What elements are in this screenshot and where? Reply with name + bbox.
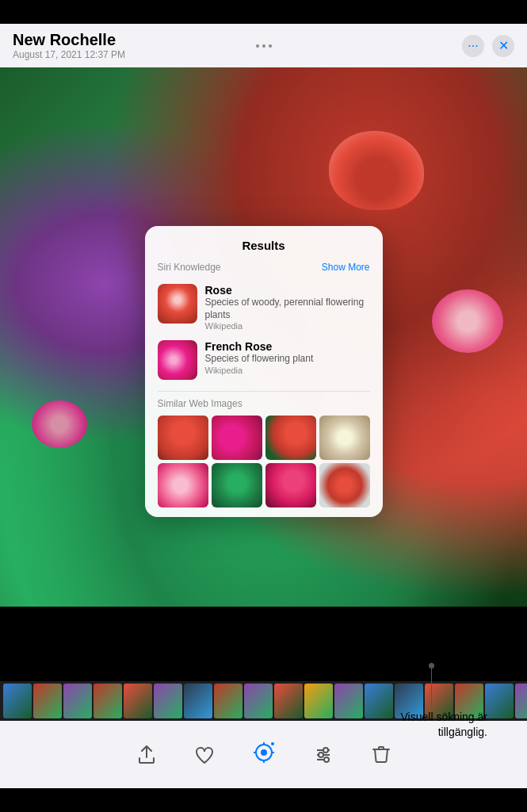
dot-1	[256, 44, 259, 48]
photo-date-subtitle: August 17, 2021 12:37 PM	[13, 49, 125, 60]
header: New Rochelle August 17, 2021 12:37 PM ··…	[0, 24, 527, 67]
photo-location-title: New Rochelle	[13, 31, 125, 49]
status-icons: ▾ 100%	[480, 6, 514, 17]
rose-name: Rose	[205, 284, 370, 297]
web-images-grid	[145, 416, 383, 508]
strip-item[interactable]	[154, 684, 182, 718]
home-indicator	[216, 802, 311, 806]
siri-knowledge-row: Siri Knowledge Show More	[145, 262, 383, 273]
strip-item[interactable]	[274, 684, 303, 718]
visual-search-button[interactable]	[254, 742, 274, 768]
rose-text: Rose Species of woody, perennial floweri…	[205, 284, 370, 331]
popup-divider	[158, 391, 370, 392]
popup-title: Results	[145, 239, 383, 252]
share-button[interactable]	[138, 745, 155, 764]
dot-2	[262, 44, 265, 48]
status-time: 9:41 AM	[13, 6, 52, 18]
siri-knowledge-label: Siri Knowledge	[158, 262, 221, 273]
callout-text: Visuell sökning är tillgänglig.	[401, 710, 487, 741]
flower-pink-decoration	[432, 289, 503, 353]
photo-area: Results Siri Knowledge Show More Rose Sp…	[0, 67, 527, 607]
visual-search-badge	[269, 741, 276, 747]
strip-item[interactable]	[365, 684, 393, 718]
adjust-button[interactable]	[314, 746, 333, 764]
french-rose-name: French Rose	[205, 340, 314, 353]
favorite-button[interactable]	[195, 746, 214, 764]
svg-point-9	[323, 748, 328, 753]
header-center-dots	[256, 44, 272, 48]
web-image-8[interactable]	[319, 463, 370, 508]
results-popup: Results Siri Knowledge Show More Rose Sp…	[145, 226, 383, 517]
web-image-1[interactable]	[158, 416, 208, 460]
strip-item[interactable]	[184, 684, 212, 718]
french-rose-source: Wikipedia	[205, 366, 314, 375]
show-more-button[interactable]: Show More	[322, 262, 370, 273]
rose-thumbnail	[158, 284, 197, 324]
callout-line1: Visuell sökning är	[401, 710, 487, 723]
svg-point-10	[319, 753, 323, 757]
close-button[interactable]: ✕	[492, 35, 514, 57]
strip-item[interactable]	[334, 684, 363, 718]
status-bar: 9:41 AM ▾ 100%	[0, 0, 527, 24]
strip-item[interactable]	[94, 684, 122, 718]
knowledge-item-french-rose[interactable]: French Rose Species of flowering plant W…	[145, 335, 383, 385]
strip-item[interactable]	[304, 684, 333, 718]
delete-button[interactable]	[372, 745, 390, 764]
callout-line2: tillgänglig.	[438, 726, 487, 738]
french-rose-text: French Rose Species of flowering plant W…	[205, 340, 314, 375]
svg-point-11	[324, 757, 329, 762]
web-image-7[interactable]	[265, 463, 316, 508]
header-actions: ··· ✕	[462, 35, 514, 57]
flower-red-decoration	[329, 131, 424, 210]
french-rose-thumbnail	[158, 340, 197, 380]
more-options-button[interactable]: ···	[462, 35, 484, 57]
strip-item[interactable]	[485, 684, 514, 718]
strip-item[interactable]	[124, 684, 152, 718]
wifi-icon: ▾	[480, 6, 485, 17]
web-image-4[interactable]	[319, 416, 370, 460]
header-title-block: New Rochelle August 17, 2021 12:37 PM	[13, 31, 125, 60]
web-image-6[interactable]	[212, 463, 262, 508]
dot-3	[269, 44, 272, 48]
flower-pink2-decoration	[32, 400, 87, 448]
callout-annotation: Visuell sökning är tillgänglig.	[401, 663, 487, 741]
strip-item[interactable]	[3, 684, 32, 718]
web-image-5[interactable]	[158, 463, 208, 508]
rose-description: Species of woody, perennial flowering pl…	[205, 297, 370, 321]
strip-item[interactable]	[244, 684, 273, 718]
strip-item[interactable]	[214, 684, 242, 718]
battery-icon: 100%	[490, 6, 514, 17]
web-image-3[interactable]	[265, 416, 316, 460]
similar-web-images-label: Similar Web Images	[145, 398, 383, 409]
strip-item[interactable]	[33, 684, 62, 718]
web-image-2[interactable]	[212, 416, 262, 460]
french-rose-description: Species of flowering plant	[205, 353, 314, 366]
strip-item[interactable]	[63, 684, 92, 718]
strip-item[interactable]	[515, 684, 527, 718]
knowledge-item-rose[interactable]: Rose Species of woody, perennial floweri…	[145, 279, 383, 335]
svg-point-1	[261, 749, 267, 756]
rose-source: Wikipedia	[205, 321, 370, 331]
